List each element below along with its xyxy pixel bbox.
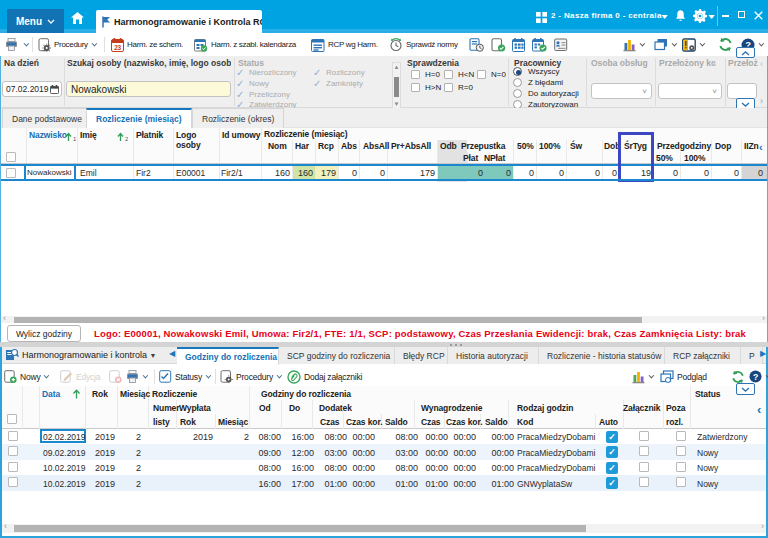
svg-text:1: 1 bbox=[73, 136, 76, 142]
svg-text:23: 23 bbox=[114, 43, 121, 50]
svg-text:?: ? bbox=[753, 372, 758, 382]
svg-text:2: 2 bbox=[125, 136, 128, 142]
